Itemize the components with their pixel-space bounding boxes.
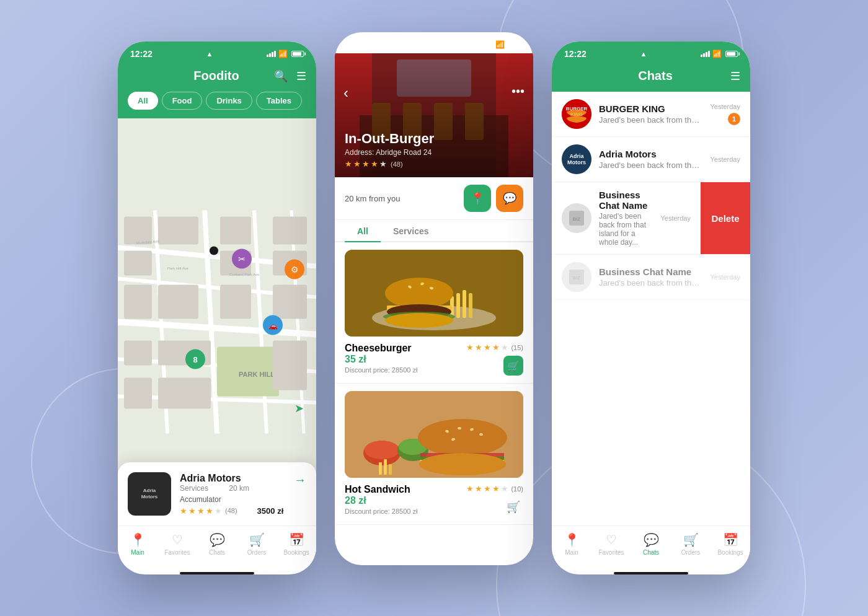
chat-button[interactable]: 💬	[496, 185, 523, 212]
place-card[interactable]: AdriaMotors Adria Motors Services 20 km …	[118, 462, 316, 526]
back-button[interactable]: ‹	[343, 84, 348, 102]
nav-orders[interactable]: 🛒 Orders	[237, 532, 277, 556]
nav3-orders[interactable]: 🛒 Orders	[671, 532, 711, 556]
place-info: Adria Motors Services 20 km Accumulator …	[180, 473, 306, 516]
chat-item-business-2[interactable]: BIZ Business Chat Name Jared's been back…	[552, 255, 750, 300]
svg-rect-54	[463, 290, 466, 318]
phone1-status-bar: 12:22 ▲ 📶	[118, 42, 316, 63]
svg-point-57	[385, 278, 453, 309]
phone3-home-indicator	[614, 572, 688, 574]
svg-text:⚙: ⚙	[291, 265, 299, 275]
burger-king-name: BURGER KING	[599, 103, 702, 114]
phone1-header-icons: 🔍 ☰	[274, 69, 306, 83]
burger-king-avatar: BURGER KING	[562, 99, 591, 129]
svg-rect-21	[220, 285, 251, 319]
menu-item-sandwich[interactable]: Hot Sandwich 28 zł Discount price: 28500…	[335, 384, 533, 525]
sandwich-rating: ★★★★★ (10)	[466, 484, 523, 493]
chat-item-adria[interactable]: AdriaMotors Adria Motors Jared's been ba…	[552, 137, 750, 182]
add-to-cart-btn-2[interactable]: 🛒	[503, 497, 523, 517]
battery-icon-3	[725, 51, 738, 57]
map-area[interactable]: PARK HILL	[118, 118, 316, 526]
svg-rect-14	[220, 217, 251, 245]
bookings-icon-3: 📅	[723, 532, 738, 547]
phone1-location-icon: ▲	[206, 50, 213, 58]
cheeseburger-discount: Discount price: 28500 zł	[345, 366, 417, 374]
tab-drinks[interactable]: Drinks	[206, 92, 252, 110]
business-1-preview: Jared's been back from that island for a…	[599, 212, 653, 247]
business-2-time: Yesterday	[710, 273, 740, 281]
distance-text: 20 km from you	[345, 194, 401, 203]
chats-label-3: Chats	[643, 549, 659, 556]
nav3-chats[interactable]: 💬 Chats	[631, 532, 671, 556]
bk-logo: BURGER KING	[562, 99, 591, 129]
more-button[interactable]: •••	[512, 84, 525, 99]
nav-main[interactable]: 📍 Main	[118, 532, 157, 556]
chat-item-business-1[interactable]: BIZ Business Chat Name Jared's been back…	[552, 182, 701, 254]
place-arrow-icon[interactable]: →	[294, 473, 306, 487]
phone1-filter-tabs: All Food Drinks Tables	[118, 92, 316, 118]
bookings-icon: 📅	[289, 532, 304, 547]
sandwich-img	[345, 391, 523, 478]
favorites-icon-3: ♡	[606, 532, 617, 547]
phone3-title: Chats	[580, 69, 730, 83]
signal-bars-3	[701, 51, 710, 57]
tab-all[interactable]: All	[128, 92, 158, 110]
place-price: 3500 zł	[257, 506, 284, 516]
sandwich-visual	[345, 391, 523, 478]
hero-info: In-Out-Burger Address: Abridge Road 24 ★…	[345, 131, 523, 169]
adria-avatar-text: AdriaMotors	[567, 153, 586, 165]
search-icon[interactable]: 🔍	[274, 69, 288, 83]
svg-point-37	[210, 247, 218, 255]
adria-avatar: AdriaMotors	[562, 144, 591, 174]
wifi-icon: 📶	[278, 50, 288, 58]
filter-icon[interactable]: ☰	[296, 69, 306, 83]
cheeseburger-img	[345, 250, 523, 337]
sandwich-price: 28 zł	[345, 495, 417, 506]
svg-text:Park Hill Ave: Park Hill Ave	[167, 266, 189, 270]
orders-label-3: Orders	[681, 549, 701, 556]
tab-tables[interactable]: Tables	[256, 92, 302, 110]
svg-rect-20	[158, 285, 198, 319]
nav3-main[interactable]: 📍 Main	[552, 532, 591, 556]
adria-preview: Jared's been back from that island for a…	[599, 161, 702, 170]
place-category: Services 20 km	[180, 484, 283, 493]
phone3-bottom-nav: 📍 Main ♡ Favorites 💬 Chats 🛒 Orders 📅 Bo…	[552, 526, 750, 568]
filter-icon-3[interactable]: ☰	[730, 69, 740, 83]
nav-chats[interactable]: 💬 Chats	[197, 532, 237, 556]
menu-item-cheeseburger[interactable]: Cheeseburger 35 zł Discount price: 28500…	[335, 242, 533, 384]
nav3-favorites[interactable]: ♡ Favorites	[591, 532, 631, 556]
phone2-status-icons: 📶	[484, 40, 521, 49]
delete-button[interactable]: Delete	[701, 182, 750, 254]
phone3-status-bar: 12:22 ▲ 📶	[552, 42, 750, 63]
main-label: Main	[131, 549, 144, 556]
signal-bars-2	[484, 42, 493, 48]
restaurant-review-count: (48)	[391, 161, 403, 168]
business-2-name: Business Chat Name	[599, 266, 702, 277]
svg-point-83	[419, 453, 506, 475]
burger-king-badge: 1	[728, 113, 740, 125]
phone2-restaurant: 12:22 📶	[335, 32, 533, 565]
tab-food[interactable]: Food	[162, 92, 203, 110]
adria-time: Yesterday	[710, 156, 740, 163]
nav3-bookings[interactable]: 📅 Bookings	[711, 532, 750, 556]
add-to-cart-btn-1[interactable]: 🛒	[503, 356, 523, 376]
location-button[interactable]: 📍	[464, 185, 491, 212]
business-placeholder-logo-2: BIZ	[562, 262, 591, 292]
tab-services[interactable]: Services	[381, 220, 441, 242]
svg-rect-71	[379, 462, 382, 475]
chat-item-burger-king[interactable]: BURGER KING BURGER KING Jared's been bac…	[552, 92, 750, 137]
business-1-meta: Yesterday	[660, 214, 691, 222]
svg-point-64	[385, 313, 453, 328]
phone1-bottom-nav: 📍 Main ♡ Favorites 💬 Chats 🛒 Orders 📅 Bo…	[118, 526, 316, 568]
business-2-content: Business Chat Name Jared's been back fro…	[599, 266, 702, 288]
nav-favorites[interactable]: ♡ Favorites	[157, 532, 197, 556]
menu-scroll[interactable]: Cheeseburger 35 zł Discount price: 28500…	[335, 242, 533, 565]
burger-king-preview: Jared's been back from that island for a…	[599, 115, 702, 125]
nav-bookings[interactable]: 📅 Bookings	[277, 532, 316, 556]
battery-icon	[291, 51, 304, 57]
distance-row: 20 km from you 📍 💬	[335, 177, 533, 220]
chat-list[interactable]: BURGER KING BURGER KING Jared's been bac…	[552, 92, 750, 309]
tab-all[interactable]: All	[345, 220, 381, 242]
review-count: (48)	[225, 507, 237, 514]
phone3-status-icons: 📶	[701, 50, 738, 58]
